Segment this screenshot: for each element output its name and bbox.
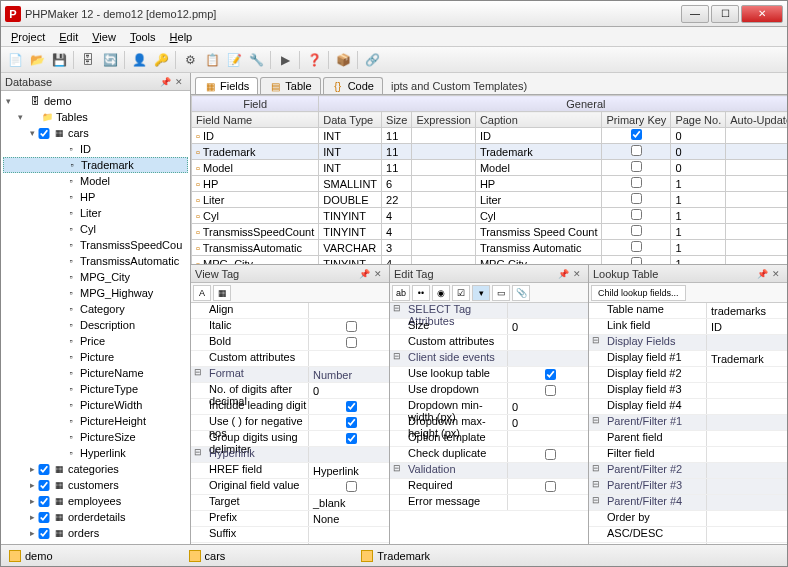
menu-view[interactable]: View	[86, 29, 122, 45]
prop-row[interactable]: Align	[191, 303, 389, 319]
prop-row[interactable]: Check duplicate	[390, 447, 588, 463]
tree-node[interactable]: ▫Hyperlink	[3, 445, 188, 461]
et-pass[interactable]: ••	[412, 285, 430, 301]
open-icon[interactable]: 📂	[27, 50, 47, 70]
et-check[interactable]: ☑	[452, 285, 470, 301]
tree-node[interactable]: ▸▦categories	[3, 461, 188, 477]
prop-row[interactable]: Option template	[390, 431, 588, 447]
prop-value[interactable]	[309, 351, 389, 366]
prop-row[interactable]: Filter field	[589, 447, 787, 463]
et-text[interactable]: ab	[392, 285, 410, 301]
menu-project[interactable]: Project	[5, 29, 51, 45]
ext1-icon[interactable]: 📦	[333, 50, 353, 70]
tree-check[interactable]	[38, 128, 50, 139]
prop-row[interactable]: ⊟SELECT Tag Attributes	[390, 303, 588, 319]
prop-row[interactable]: ⊟Parent/Filter #4	[589, 495, 787, 511]
tree-node[interactable]: ▫PictureHeight	[3, 413, 188, 429]
tree-node[interactable]: ▫Model	[3, 173, 188, 189]
pk-check[interactable]	[631, 257, 642, 265]
db-icon[interactable]: 🗄	[78, 50, 98, 70]
tree-node[interactable]: ▫Trademark	[3, 157, 188, 173]
prop-check[interactable]	[545, 449, 556, 460]
tree-node[interactable]: ▸▦customers	[3, 477, 188, 493]
prop-value[interactable]	[309, 319, 389, 334]
prop-value[interactable]	[309, 415, 389, 430]
prop-row[interactable]: Bold	[191, 335, 389, 351]
prop-value[interactable]	[309, 303, 389, 318]
tree-node[interactable]: ▫Price	[3, 333, 188, 349]
tree-node[interactable]: ▫PictureSize	[3, 429, 188, 445]
tree-node[interactable]: ▫Description	[3, 317, 188, 333]
prop-row[interactable]: ⊟Hyperlink	[191, 447, 389, 463]
tab-table[interactable]: ▤Table	[260, 77, 320, 94]
prop-row[interactable]: Display field #1Trademark	[589, 351, 787, 367]
tree-node[interactable]: ▫Cyl	[3, 221, 188, 237]
col-header[interactable]: Primary Key	[602, 112, 671, 128]
prop-row[interactable]: HREF fieldHyperlink	[191, 463, 389, 479]
maximize-button[interactable]: ☐	[711, 5, 739, 23]
prop-check[interactable]	[545, 481, 556, 492]
prop-value[interactable]: 0	[309, 383, 389, 398]
tree-node[interactable]: ▫Picture	[3, 349, 188, 365]
prop-row[interactable]: Dropdown max-height (px)0	[390, 415, 588, 431]
pin-icon[interactable]: 📌	[357, 267, 371, 281]
prop-value[interactable]: None	[309, 511, 389, 526]
prop-value[interactable]	[508, 367, 588, 382]
table-row[interactable]: ▫ CylTINYINT4Cyl1	[192, 208, 788, 224]
tree-node[interactable]: ▫MPG_Highway	[3, 285, 188, 301]
prop-row[interactable]: Required	[390, 479, 588, 495]
prop-row[interactable]: Display field #3	[589, 383, 787, 399]
prop-value[interactable]	[707, 495, 787, 510]
pk-check[interactable]	[631, 241, 642, 252]
tree-node[interactable]: ▫HP	[3, 189, 188, 205]
col-header[interactable]: Size	[382, 112, 412, 128]
prop-value[interactable]	[309, 335, 389, 350]
save-icon[interactable]: 💾	[49, 50, 69, 70]
gen-icon[interactable]: ▶	[275, 50, 295, 70]
prop-value[interactable]	[508, 335, 588, 350]
prop-row[interactable]: Custom attributes	[191, 351, 389, 367]
prop-value[interactable]: Hyperlink	[309, 463, 389, 478]
tree-check[interactable]	[38, 464, 50, 475]
prop-row[interactable]: Display field #4	[589, 399, 787, 415]
sync-icon[interactable]: 🔄	[100, 50, 120, 70]
prop-value[interactable]	[309, 479, 389, 494]
prop-value[interactable]	[309, 527, 389, 542]
prop-value[interactable]	[707, 527, 787, 542]
menu-edit[interactable]: Edit	[53, 29, 84, 45]
prop-value[interactable]: Number	[309, 367, 389, 382]
prop-row[interactable]: ⊟Validation	[390, 463, 588, 479]
table-row[interactable]: ▫ HPSMALLINT6HP1	[192, 176, 788, 192]
prop-row[interactable]: Size0	[390, 319, 588, 335]
prop-value[interactable]	[508, 303, 588, 318]
prop-row[interactable]: No. of digits after decimal0	[191, 383, 389, 399]
tree-node[interactable]: ▫PictureType	[3, 381, 188, 397]
tree-node[interactable]: ▸▦employees	[3, 493, 188, 509]
vt-btn2[interactable]: ▦	[213, 285, 231, 301]
prop-check[interactable]	[346, 417, 357, 428]
minimize-button[interactable]: —	[681, 5, 709, 23]
prop-value[interactable]	[707, 511, 787, 526]
prop-value[interactable]	[508, 383, 588, 398]
child-lookup-button[interactable]: Child lookup fields...	[591, 285, 686, 301]
tab-code[interactable]: {}Code	[323, 77, 383, 94]
et-area[interactable]: ▭	[492, 285, 510, 301]
pk-check[interactable]	[631, 225, 642, 236]
prop-row[interactable]: Order by	[589, 511, 787, 527]
prop-row[interactable]: Custom attributes	[390, 335, 588, 351]
tree-node[interactable]: ▸▦orderdetails	[3, 509, 188, 525]
prop-row[interactable]: Use dropdown	[390, 383, 588, 399]
pk-check[interactable]	[631, 177, 642, 188]
prop-row[interactable]: Display field #2	[589, 367, 787, 383]
prop-row[interactable]: Suffix	[191, 527, 389, 543]
prop-value[interactable]: 0	[508, 415, 588, 430]
pk-check[interactable]	[631, 209, 642, 220]
et-file[interactable]: 📎	[512, 285, 530, 301]
tool1-icon[interactable]: ⚙	[180, 50, 200, 70]
pk-check[interactable]	[631, 161, 642, 172]
pin-icon[interactable]: 📌	[556, 267, 570, 281]
table-row[interactable]: ▫ TrademarkINT11Trademark0	[192, 144, 788, 160]
ext2-icon[interactable]: 🔗	[362, 50, 382, 70]
prop-value[interactable]: _blank	[309, 495, 389, 510]
tree-node[interactable]: ▾▦cars	[3, 125, 188, 141]
